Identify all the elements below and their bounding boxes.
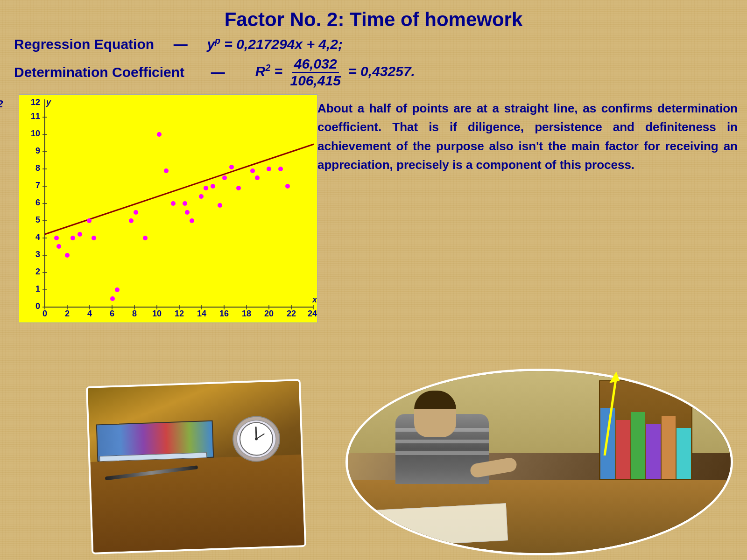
- chart-wrapper: 12y 0 1 2 3 4 5 6 7: [5, 94, 308, 325]
- chart-svg: 0 1 2 3 4 5 6 7 8 9 10 11 12 y: [19, 95, 318, 323]
- svg-point-73: [190, 218, 194, 223]
- svg-marker-108: [609, 371, 620, 383]
- svg-text:0: 0: [35, 301, 40, 311]
- svg-point-64: [115, 287, 120, 292]
- svg-text:5: 5: [35, 215, 40, 224]
- determination-coefficient: Determination Coefficient — R2 = 46,032 …: [0, 56, 747, 94]
- svg-point-65: [129, 218, 134, 223]
- regression-dash: —: [174, 36, 188, 52]
- svg-text:2: 2: [65, 309, 70, 318]
- svg-point-72: [185, 210, 190, 215]
- svg-point-59: [70, 236, 75, 240]
- svg-text:4: 4: [35, 232, 40, 242]
- svg-point-76: [211, 184, 215, 189]
- bottom-photos-area: [0, 364, 747, 560]
- svg-point-82: [255, 175, 260, 180]
- svg-point-62: [92, 236, 96, 240]
- svg-text:20: 20: [264, 309, 274, 318]
- fraction-numerator: 46,032: [292, 56, 339, 73]
- y-axis-label: 12y: [0, 98, 3, 122]
- determination-formula: R2 = 46,032 106,415 = 0,43257.: [255, 56, 415, 89]
- svg-text:24: 24: [308, 309, 317, 318]
- determination-result: = 0,43257.: [348, 63, 415, 79]
- svg-point-83: [267, 167, 271, 171]
- svg-point-85: [285, 184, 290, 189]
- photo-left: [86, 379, 306, 554]
- svg-point-57: [56, 244, 61, 249]
- svg-text:6: 6: [35, 198, 40, 207]
- svg-text:14: 14: [197, 309, 206, 318]
- svg-point-58: [65, 253, 70, 258]
- determination-dash: —: [211, 64, 225, 80]
- content-area: 12y 0 1 2 3 4 5 6 7: [0, 94, 747, 325]
- svg-point-56: [54, 236, 59, 240]
- svg-point-60: [78, 232, 82, 237]
- svg-point-79: [229, 165, 234, 169]
- svg-text:2: 2: [35, 267, 40, 276]
- text-area: About a half of points are at a straight…: [317, 94, 747, 325]
- svg-text:8: 8: [35, 163, 40, 173]
- yellow-arrow: [595, 367, 623, 462]
- svg-point-66: [134, 210, 138, 215]
- svg-point-84: [278, 167, 283, 171]
- svg-line-55: [45, 144, 314, 234]
- svg-point-67: [143, 236, 148, 240]
- svg-point-75: [204, 186, 208, 190]
- svg-text:x: x: [312, 295, 317, 304]
- svg-text:22: 22: [287, 309, 296, 318]
- svg-point-78: [222, 175, 227, 180]
- svg-text:12: 12: [175, 309, 184, 318]
- svg-text:3: 3: [35, 250, 40, 259]
- regression-formula: yp = 0,217294x + 4,2;: [207, 36, 343, 52]
- svg-text:6: 6: [110, 309, 114, 318]
- svg-point-71: [183, 201, 187, 206]
- fraction-denominator: 106,415: [288, 73, 342, 89]
- svg-text:12: 12: [31, 98, 40, 107]
- svg-text:11: 11: [31, 112, 40, 121]
- svg-text:4: 4: [87, 309, 92, 318]
- svg-text:18: 18: [242, 309, 251, 318]
- photo-right: [345, 369, 733, 555]
- svg-text:7: 7: [35, 181, 40, 190]
- description-text: About a half of points are at a straight…: [317, 99, 747, 174]
- svg-text:0: 0: [42, 309, 47, 318]
- svg-point-61: [87, 218, 92, 223]
- svg-point-69: [164, 168, 169, 173]
- svg-text:8: 8: [132, 309, 137, 318]
- determination-label: Determination Coefficient: [14, 64, 184, 80]
- svg-point-81: [250, 168, 255, 173]
- svg-point-70: [171, 201, 176, 206]
- svg-point-77: [218, 203, 222, 208]
- svg-text:9: 9: [35, 146, 40, 155]
- svg-point-63: [110, 296, 115, 301]
- regression-equation: Regression Equation — yp = 0,217294x + 4…: [0, 35, 747, 56]
- page-title: Factor No. 2: Time of homework: [0, 0, 747, 35]
- svg-point-80: [236, 186, 241, 190]
- regression-label: Regression Equation: [14, 36, 154, 52]
- chart-container: 0 1 2 3 4 5 6 7 8 9 10 11 12 y: [19, 94, 317, 323]
- svg-point-68: [157, 132, 162, 137]
- svg-line-89: [256, 427, 256, 439]
- svg-text:10: 10: [152, 309, 162, 318]
- svg-text:16: 16: [219, 309, 229, 318]
- svg-text:10: 10: [31, 129, 40, 138]
- svg-line-107: [605, 376, 616, 455]
- svg-text:y: y: [46, 98, 51, 107]
- svg-text:1: 1: [35, 284, 40, 294]
- svg-point-74: [199, 194, 204, 199]
